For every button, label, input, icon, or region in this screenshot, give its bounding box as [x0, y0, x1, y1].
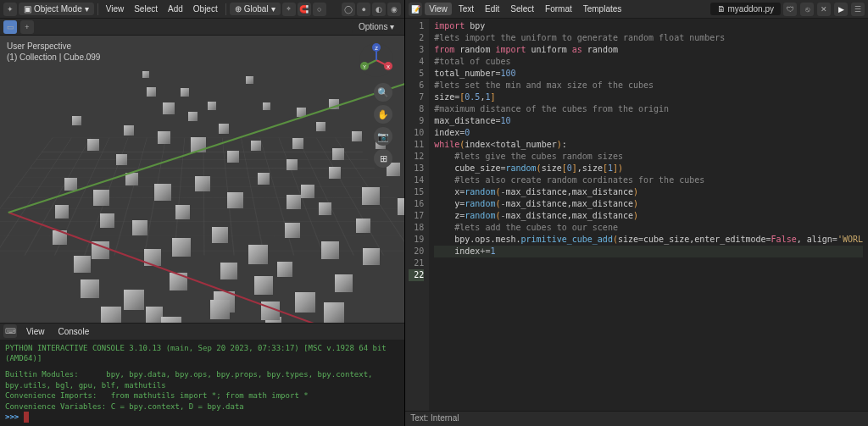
- scene-cube: [251, 141, 261, 151]
- menu-add[interactable]: Add: [164, 3, 187, 15]
- viewport-scene: [0, 36, 404, 323]
- globe-icon: ⊕: [235, 4, 242, 14]
- scene-cube: [363, 248, 380, 265]
- magnet-icon[interactable]: 🧲: [298, 3, 311, 16]
- viewport-toolbar-2: ▭ + Options ▾: [0, 19, 404, 36]
- scene-cube: [175, 205, 190, 219]
- scene-cube: [227, 192, 243, 208]
- shading-render-icon[interactable]: ◉: [387, 3, 401, 16]
- scene-cube: [319, 202, 331, 215]
- scene-cube: [124, 125, 134, 136]
- text-editor-footer: Text: Internal: [405, 411, 868, 426]
- pan-icon[interactable]: ✋: [374, 105, 392, 124]
- line-gutter: 12345678910111213141516171819202122: [405, 19, 429, 411]
- scene-cube: [219, 124, 229, 134]
- scene-cube: [329, 167, 341, 179]
- editor-type-icon[interactable]: ✦: [3, 3, 17, 16]
- editor-menu-edit[interactable]: Edit: [481, 3, 504, 15]
- scene-cube: [181, 88, 189, 97]
- script-name-field[interactable]: 🗎 myaddon.py: [710, 3, 781, 15]
- scene-cube: [287, 159, 298, 170]
- scene-cube: [398, 198, 404, 215]
- scene-cube: [87, 139, 99, 151]
- run-script-button[interactable]: ▶: [834, 3, 848, 16]
- viewport-3d[interactable]: User Perspective (1) Collection | Cube.0…: [0, 36, 404, 323]
- scene-cube: [258, 173, 270, 185]
- console-prompt-line[interactable]: >>>: [5, 412, 399, 423]
- editor-menu-text[interactable]: Text: [454, 3, 478, 15]
- scene-cube: [158, 131, 170, 144]
- svg-text:X: X: [387, 64, 390, 69]
- camera-icon[interactable]: 📷: [374, 127, 392, 146]
- console-banner: PYTHON INTERACTIVE CONSOLE 3.10.13 (main…: [5, 343, 399, 364]
- mode-selector[interactable]: ▣ Object Mode ▾: [19, 3, 94, 15]
- scene-cube: [292, 138, 303, 149]
- scene-cube: [332, 148, 344, 160]
- file-icon: 🗎: [717, 4, 726, 14]
- scene-cube: [263, 102, 270, 110]
- chevron-down-icon: ▾: [85, 4, 89, 14]
- snap-icon[interactable]: ⌖: [282, 3, 296, 16]
- scene-cube: [146, 307, 163, 323]
- scene-cube: [64, 178, 77, 191]
- scene-cube: [55, 205, 69, 219]
- select-tool-icon[interactable]: ▭: [3, 20, 17, 34]
- unlink-icon[interactable]: ⎋: [800, 3, 814, 16]
- scene-cube: [101, 307, 121, 323]
- code-editor[interactable]: 12345678910111213141516171819202122 impo…: [405, 19, 868, 411]
- console-header: ⌨ View Console: [0, 323, 404, 340]
- console-conv-vars: Convenience Variables: C = bpy.context, …: [5, 401, 399, 412]
- console-menu-view[interactable]: View: [22, 325, 49, 338]
- scene-cube: [100, 213, 114, 228]
- text-editor-toolbar: 📝 View Text Edit Select Format Templates…: [405, 0, 868, 19]
- scene-cube: [220, 263, 237, 279]
- scene-cube: [335, 274, 353, 292]
- shield-icon[interactable]: 🛡: [783, 3, 797, 16]
- sidebar-toggle-icon[interactable]: ☰: [851, 3, 865, 16]
- scene-cube: [316, 122, 326, 131]
- scene-cube: [161, 317, 181, 323]
- orientation-gizmo[interactable]: X Y Z: [359, 42, 394, 78]
- scene-cube: [321, 241, 339, 259]
- scene-cube: [154, 184, 171, 201]
- zoom-icon[interactable]: 🔍: [374, 83, 392, 102]
- scene-cube: [172, 238, 191, 257]
- scene-cube: [93, 190, 109, 206]
- scene-cube: [324, 302, 344, 323]
- editor-menu-select[interactable]: Select: [506, 3, 538, 15]
- python-console[interactable]: PYTHON INTERACTIVE CONSOLE 3.10.13 (main…: [0, 340, 404, 426]
- cursor-tool-icon[interactable]: +: [20, 20, 34, 34]
- text-editor-type-icon[interactable]: 📝: [409, 3, 422, 16]
- viewport-options[interactable]: Options ▾: [352, 20, 401, 33]
- console-editor-type-icon[interactable]: ⌨: [3, 324, 17, 338]
- cube-icon: ▣: [24, 4, 31, 14]
- editor-menu-templates[interactable]: Templates: [579, 3, 626, 15]
- scene-cube: [227, 151, 239, 163]
- scene-cube: [254, 276, 273, 295]
- menu-view[interactable]: View: [102, 3, 129, 15]
- scene-cube: [208, 102, 216, 110]
- shading-material-icon[interactable]: ◐: [372, 3, 386, 16]
- scene-cube: [362, 187, 380, 205]
- scene-cube: [147, 87, 156, 97]
- grid-icon[interactable]: ⊞: [374, 149, 392, 168]
- console-menu-console[interactable]: Console: [54, 325, 94, 338]
- scene-cube: [301, 185, 314, 198]
- shading-wire-icon[interactable]: ◯: [342, 3, 355, 16]
- scene-cube: [132, 220, 147, 235]
- scene-cube: [210, 300, 230, 319]
- menu-object[interactable]: Object: [189, 3, 222, 15]
- editor-menu-format[interactable]: Format: [541, 3, 576, 15]
- shading-solid-icon[interactable]: ●: [357, 3, 370, 16]
- menu-select[interactable]: Select: [130, 3, 162, 15]
- scene-cube: [124, 290, 144, 310]
- scene-cube: [74, 256, 91, 273]
- close-icon[interactable]: ✕: [817, 3, 831, 16]
- scene-cube: [248, 245, 268, 264]
- proportional-icon[interactable]: ○: [313, 3, 326, 16]
- scene-cube: [295, 292, 315, 313]
- orientation-selector[interactable]: ⊕ Global ▾: [230, 3, 281, 15]
- editor-menu-view[interactable]: View: [425, 3, 452, 15]
- code-content[interactable]: import bpy#lets import the uniform to ge…: [429, 19, 868, 411]
- console-conv-imports: Convenience Imports: from mathutils impo…: [5, 390, 399, 401]
